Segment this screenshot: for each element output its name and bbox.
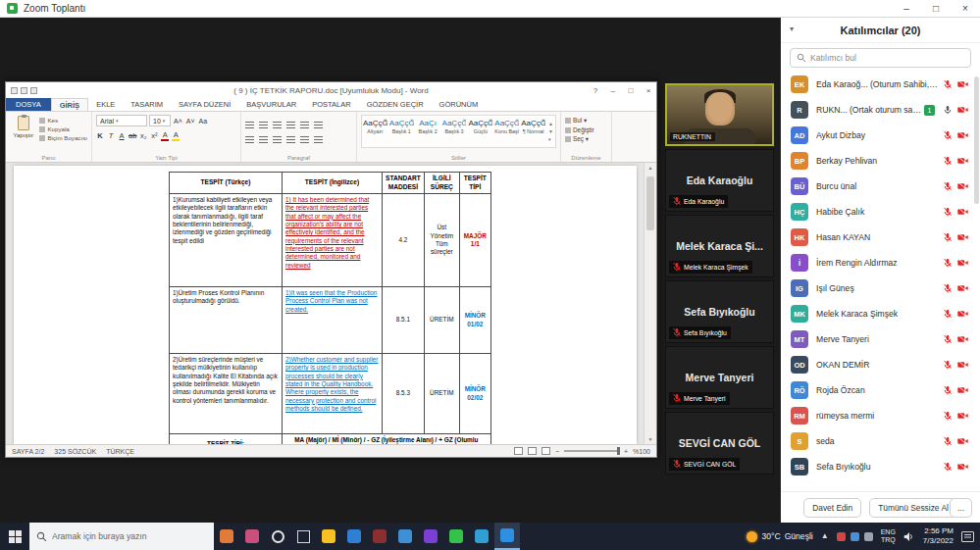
redo-icon[interactable] (30, 87, 37, 94)
font-format-button-4[interactable]: x₂ (139, 131, 147, 140)
borders-icon[interactable] (314, 136, 323, 137)
zoom-level[interactable]: %100 (633, 448, 650, 455)
word-tab-5[interactable]: BAŞVURULAR (238, 98, 304, 111)
style-chip-4[interactable]: AaÇçĞğGüçlü (468, 118, 492, 145)
word-tab-3[interactable]: TASARIM (123, 98, 171, 111)
maximize-button[interactable]: □ (921, 0, 951, 17)
participant-row[interactable]: MKMelek Karaca Şimşek (781, 301, 980, 326)
app-red-icon[interactable] (367, 523, 392, 550)
participants-scrollbar[interactable] (974, 76, 979, 204)
multilevel-list-icon[interactable] (273, 122, 282, 123)
shrink-font-icon[interactable]: A˅ (185, 118, 196, 125)
participant-search-box[interactable] (790, 48, 971, 68)
justify-icon[interactable] (286, 136, 295, 137)
video-tile-active-speaker[interactable]: RUKNETTIN (665, 83, 774, 146)
zoom-meeting-shield-icon[interactable] (7, 3, 18, 14)
opera-icon[interactable] (265, 523, 290, 550)
page-indicator[interactable]: SAYFA 2/2 (12, 448, 44, 455)
paste-button[interactable]: Yapıştır (10, 115, 36, 152)
taskbar-search-box[interactable] (29, 523, 214, 550)
video-tile[interactable]: Merve TanyeriMerve Tanyeri (665, 346, 774, 409)
scroll-up-icon[interactable]: ▲ (645, 163, 656, 173)
video-tile[interactable]: Melek Karaca Şi...Melek Karaca Şimşek (665, 215, 774, 277)
grow-font-icon[interactable]: A˄ (173, 118, 183, 125)
editing-item-1[interactable]: Değiştir (565, 126, 607, 133)
align-left-icon[interactable] (245, 136, 254, 137)
task-view-icon[interactable] (290, 523, 316, 550)
more-options-button[interactable]: ... (950, 498, 972, 518)
word-tab-0[interactable]: DOSYA (6, 98, 51, 111)
style-chip-3[interactable]: AaÇçĞBaşlık 3 (442, 118, 467, 145)
bullet-list-icon[interactable] (245, 122, 254, 123)
undo-icon[interactable] (21, 87, 27, 94)
participant-row[interactable]: HKHasan KAYAN (781, 225, 980, 250)
participant-row[interactable]: RMrümeysa mermi (781, 403, 980, 428)
tray-gray-icon[interactable] (864, 532, 873, 541)
style-chip-5[interactable]: AaÇçĞğKonu Başlığı (494, 118, 519, 145)
style-chip-2[interactable]: AaÇıBaşlık 2 (416, 118, 440, 145)
zoom-icon[interactable] (494, 523, 520, 550)
participant-row[interactable]: RÖRojda Özcan (781, 377, 980, 403)
participant-row[interactable]: Sseda (781, 428, 980, 454)
clipboard-item-1[interactable]: Kopyala (39, 125, 87, 132)
participant-row[interactable]: BÜBurcu ünal (781, 174, 980, 199)
chevron-down-icon[interactable]: ▾ (790, 25, 798, 33)
font-format-button-6[interactable]: A (161, 130, 169, 141)
mail-icon[interactable] (392, 523, 418, 550)
participant-row[interactable]: RRUKN... (Ortak oturum sahibi)1 (781, 97, 980, 123)
decrease-indent-icon[interactable] (286, 122, 295, 123)
participant-row[interactable]: SBSefa Bıyıkoğlu (781, 454, 980, 479)
style-chip-1[interactable]: AaÇçĞ 1.Başlık 1 (389, 118, 414, 145)
celebration-icon[interactable] (239, 523, 265, 550)
font-format-button-3[interactable]: ab (129, 131, 136, 140)
yahoo-icon[interactable] (418, 523, 443, 550)
file-explorer-icon[interactable] (316, 523, 341, 550)
align-right-icon[interactable] (273, 136, 282, 137)
action-center-icon[interactable] (961, 531, 974, 542)
style-gallery-arrows[interactable]: ▲▼▾ (547, 118, 554, 145)
participant-search-input[interactable] (810, 53, 957, 63)
participant-row[interactable]: İİrem Rengin Aldırmaz (781, 250, 980, 275)
document-page[interactable]: TESPİT (Türkçe) TESPİT (İngilizce) STAND… (14, 166, 637, 444)
line-spacing-icon[interactable] (300, 136, 309, 137)
change-case-icon[interactable]: Aa (198, 118, 209, 125)
telegram-icon[interactable] (469, 523, 494, 550)
editing-item-0[interactable]: Bul ▾ (565, 117, 607, 125)
word-count[interactable]: 325 SÖZCÜK (54, 448, 96, 455)
print-layout-icon[interactable] (528, 447, 537, 455)
weather-widget[interactable]: 30°C Güneşli (747, 531, 812, 542)
word-tab-1[interactable]: GİRİŞ (51, 98, 88, 111)
word-minimize-button[interactable]: – (605, 83, 621, 97)
word-tab-4[interactable]: SAYFA DÜZENİ (171, 98, 238, 111)
participant-row[interactable]: ADAykut Dizbay (781, 123, 980, 148)
participant-row[interactable]: HÇHabibe Çalık (781, 199, 980, 225)
word-tab-2[interactable]: EKLE (88, 98, 123, 111)
font-format-button-5[interactable]: x² (150, 131, 158, 140)
taskbar-search-input[interactable] (52, 531, 199, 541)
tray-red-icon[interactable] (837, 532, 846, 541)
video-tile[interactable]: Sefa BıyıkoğluSefa Bıyıkoğlu (665, 280, 774, 343)
invite-button[interactable]: Davet Edin (803, 498, 861, 518)
speaker-icon[interactable] (903, 531, 915, 542)
taskbar-clock[interactable]: 2:56 PM 7/3/2022 (923, 526, 954, 545)
numbered-list-icon[interactable] (259, 122, 268, 123)
clipboard-item-2[interactable]: Biçim Boyacısı (39, 134, 87, 141)
font-name-select[interactable]: Arial▾ (96, 115, 147, 126)
tray-expand-icon[interactable]: ▲ (821, 531, 829, 540)
widgets-icon[interactable] (214, 523, 239, 550)
font-format-button-2[interactable]: A (118, 131, 126, 140)
word-maximize-button[interactable]: □ (623, 83, 639, 97)
zoom-slider[interactable] (564, 450, 619, 452)
style-chip-6[interactable]: AaÇçĞğH¶ Normal (521, 118, 545, 145)
help-icon[interactable]: ? (588, 83, 603, 97)
zoom-in-icon[interactable]: + (624, 448, 628, 455)
increase-indent-icon[interactable] (300, 122, 309, 123)
close-button[interactable]: × (951, 0, 980, 17)
read-mode-icon[interactable] (514, 447, 523, 455)
font-format-button-0[interactable]: K (96, 131, 104, 140)
video-tile[interactable]: SEVGİ CAN GÖLSEVGİ CAN GÖL (665, 412, 774, 475)
mute-all-button[interactable]: Tümünü Sessize Al (869, 498, 957, 518)
zoom-out-icon[interactable]: − (555, 448, 559, 455)
font-format-button-1[interactable]: T (107, 131, 115, 140)
participant-row[interactable]: EKEda Karaoğ... (Oturum Sahibi, ben) (781, 72, 980, 97)
